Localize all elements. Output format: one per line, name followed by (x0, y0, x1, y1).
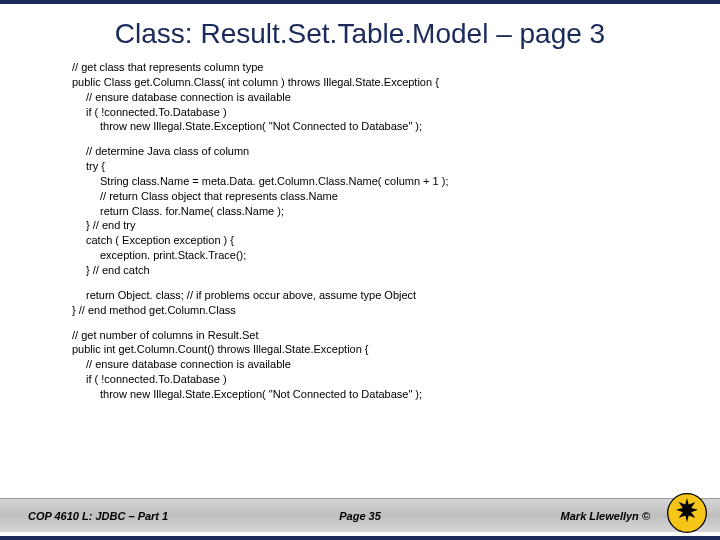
code-line: } // end catch (72, 263, 648, 278)
code-block-3: return Object. class; // if problems occ… (72, 288, 648, 318)
code-line: try { (72, 159, 648, 174)
slide: Class: Result.Set.Table.Model – page 3 /… (0, 0, 720, 540)
code-line: // ensure database connection is availab… (72, 357, 648, 372)
code-line: return Class. for.Name( class.Name ); (72, 204, 648, 219)
code-line: public Class get.Column.Class( int colum… (72, 75, 648, 90)
footer-left: COP 4610 L: JDBC – Part 1 (28, 510, 168, 522)
footer-right: Mark Llewellyn © (561, 510, 650, 522)
code-line: return Object. class; // if problems occ… (72, 288, 648, 303)
code-line: // return Class object that represents c… (72, 189, 648, 204)
code-line: // determine Java class of column (72, 144, 648, 159)
code-line: String class.Name = meta.Data. get.Colum… (72, 174, 648, 189)
code-line: } // end try (72, 218, 648, 233)
code-line: throw new Illegal.State.Exception( "Not … (72, 119, 648, 134)
code-line: exception. print.Stack.Trace(); (72, 248, 648, 263)
code-line: // get number of columns in Result.Set (72, 328, 648, 343)
code-line: // get class that represents column type (72, 60, 648, 75)
code-line: // ensure database connection is availab… (72, 90, 648, 105)
code-block-4: // get number of columns in Result.Set p… (72, 328, 648, 402)
code-line: } // end method get.Column.Class (72, 303, 648, 318)
slide-title: Class: Result.Set.Table.Model – page 3 (0, 4, 720, 60)
code-line: public int get.Column.Count() throws Ill… (72, 342, 648, 357)
code-line: if ( !connected.To.Database ) (72, 105, 648, 120)
code-block-1: // get class that represents column type… (72, 60, 648, 134)
code-line: throw new Illegal.State.Exception( "Not … (72, 387, 648, 402)
code-line: if ( !connected.To.Database ) (72, 372, 648, 387)
code-block-2: // determine Java class of column try { … (72, 144, 648, 278)
code-content: // get class that represents column type… (0, 60, 720, 402)
ucf-logo-icon (666, 492, 708, 534)
footer-bar: COP 4610 L: JDBC – Part 1 Page 35 Mark L… (0, 498, 720, 532)
code-line: catch ( Exception exception ) { (72, 233, 648, 248)
